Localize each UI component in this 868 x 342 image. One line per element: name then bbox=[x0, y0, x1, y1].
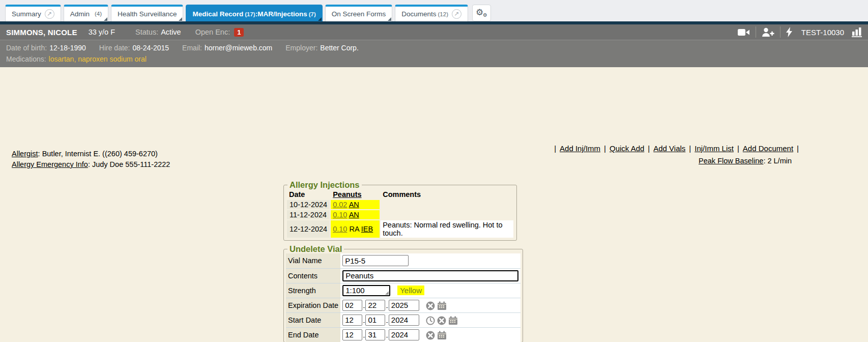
video-camera-icon[interactable] bbox=[738, 28, 750, 37]
col-date: Date bbox=[287, 190, 330, 199]
launch-icon[interactable]: ↗ bbox=[452, 9, 461, 19]
start-month-field[interactable] bbox=[342, 315, 362, 326]
injection-date: 11-12-2024 bbox=[287, 210, 330, 219]
tab-summary[interactable]: Summary ↗ bbox=[5, 5, 61, 21]
tab-label: Summary bbox=[12, 10, 41, 18]
tab-label: On Screen Forms bbox=[332, 10, 386, 18]
open-enc-badge[interactable]: 1 bbox=[234, 28, 244, 37]
dose-link[interactable]: 0.10 bbox=[333, 225, 347, 233]
open-enc-label: Open Enc: bbox=[195, 28, 230, 36]
email-label: Email: bbox=[182, 43, 202, 53]
tab-admin[interactable]: Admin(4) bbox=[64, 5, 108, 21]
tab-label: Medical Record(17):MAR/Injections(7) bbox=[192, 10, 315, 18]
vial-name-field[interactable] bbox=[342, 255, 409, 266]
dose-link[interactable]: 0.02 bbox=[333, 201, 347, 209]
main-content: Allergist: Butler, Internist E. ((260) 4… bbox=[0, 67, 868, 342]
launch-icon[interactable]: ↗ bbox=[45, 9, 54, 19]
injection-comment: Peanuts: Normal red swelling. Hot to tou… bbox=[381, 220, 513, 238]
employer-value: Better Corp. bbox=[320, 43, 358, 53]
form-row: Vial Name bbox=[286, 253, 520, 268]
inj-imm-list-link[interactable]: Inj/Imm List bbox=[695, 144, 734, 153]
contents-field[interactable] bbox=[342, 270, 518, 281]
expiration-date-label: Expiration Date bbox=[286, 298, 340, 312]
expiration-day-field[interactable] bbox=[365, 300, 385, 311]
separator: | bbox=[648, 144, 650, 153]
calendar-icon[interactable] bbox=[437, 331, 447, 340]
add-inj-imm-link[interactable]: Add Inj/Imm bbox=[560, 144, 600, 153]
separator: | bbox=[554, 144, 556, 153]
tab-label: Health Surveillance bbox=[118, 10, 177, 18]
vial-color-note: Yellow bbox=[397, 286, 424, 295]
allergist-link[interactable]: Allergist bbox=[12, 150, 38, 158]
allergy-injections-fieldset: Allergy Injections Date Peanuts Comments… bbox=[283, 180, 517, 241]
divider bbox=[780, 26, 780, 38]
end-date-label: End Date bbox=[286, 327, 340, 342]
dose-link[interactable]: 0.10 bbox=[333, 211, 347, 219]
contents-label: Contents bbox=[286, 268, 340, 283]
injection-comment bbox=[381, 210, 513, 219]
bar-chart-icon[interactable] bbox=[852, 27, 863, 37]
start-year-field[interactable] bbox=[389, 315, 419, 326]
clear-date-icon[interactable] bbox=[426, 331, 435, 340]
expiration-year-field[interactable] bbox=[389, 300, 419, 311]
employer-label: Employer: bbox=[285, 43, 317, 53]
gears-icon: ⚙ bbox=[476, 7, 483, 18]
resize-grip-icon bbox=[385, 291, 389, 295]
table-row: 12-12-2024 0.10 RA IEB Peanuts: Normal r… bbox=[287, 220, 513, 238]
expiration-month-field[interactable] bbox=[342, 300, 362, 311]
allergy-emergency-link[interactable]: Allergy Emergency Info bbox=[12, 160, 88, 168]
injection-date: 10-12-2024 bbox=[287, 200, 330, 209]
calendar-icon[interactable] bbox=[448, 316, 458, 325]
quick-add-link[interactable]: Quick Add bbox=[610, 144, 644, 153]
medication-link[interactable]: naproxen sodium oral bbox=[78, 55, 147, 63]
table-row: 11-12-2024 0.10 AN bbox=[287, 210, 513, 219]
peak-flow-link[interactable]: Peak Flow Baseline bbox=[699, 157, 763, 165]
divider bbox=[756, 26, 756, 38]
add-person-icon[interactable] bbox=[762, 27, 774, 37]
form-row: Strength Yellow bbox=[286, 283, 520, 298]
start-day-field[interactable] bbox=[365, 315, 385, 326]
separator: | bbox=[797, 144, 799, 153]
injection-date: 12-12-2024 bbox=[287, 220, 330, 238]
settings-button[interactable]: ⚙ ⚙ bbox=[472, 5, 491, 21]
col-agent: Peanuts bbox=[331, 190, 380, 199]
hire-date-label: Hire date: bbox=[99, 43, 130, 53]
tab-menu-corner-icon bbox=[318, 17, 322, 21]
calendar-icon[interactable] bbox=[437, 301, 447, 310]
start-date-label: Start Date bbox=[286, 312, 340, 327]
add-vials-link[interactable]: Add Vials bbox=[653, 144, 685, 153]
tab-health-surveillance[interactable]: Health Surveillance bbox=[111, 5, 183, 21]
end-day-field[interactable] bbox=[365, 329, 385, 340]
hire-date-value: 08-24-2015 bbox=[132, 43, 169, 53]
strength-field[interactable] bbox=[342, 285, 390, 296]
tab-on-screen-forms[interactable]: On Screen Forms bbox=[325, 5, 393, 21]
gears-icon: ⚙ bbox=[483, 12, 487, 18]
medication-link[interactable]: losartan bbox=[49, 55, 74, 63]
clear-date-icon[interactable] bbox=[437, 316, 446, 325]
tab-menu-corner-icon bbox=[388, 17, 391, 21]
add-document-link[interactable]: Add Document bbox=[743, 144, 793, 153]
injection-comment bbox=[381, 200, 513, 209]
agent-column-link[interactable]: Peanuts bbox=[333, 190, 361, 198]
table-row: 10-12-2024 0.02 AN bbox=[287, 200, 513, 209]
reaction-code-link[interactable]: IEB bbox=[361, 225, 373, 233]
tab-documents[interactable]: Documents(12) ↗ bbox=[395, 5, 468, 21]
col-comments: Comments bbox=[381, 190, 513, 199]
allergy-injections-legend: Allergy Injections bbox=[287, 180, 362, 190]
undelete-vial-fieldset: Undelete Vial Vial Name Contents Strengt… bbox=[283, 244, 523, 342]
end-month-field[interactable] bbox=[342, 329, 362, 340]
clear-date-icon[interactable] bbox=[426, 301, 435, 310]
peak-flow-baseline: Peak Flow Baseline: 2 L/min bbox=[699, 157, 792, 165]
tab-menu-corner-icon bbox=[179, 17, 182, 21]
clock-icon[interactable] bbox=[426, 316, 435, 325]
patient-age-sex: 33 y/o F bbox=[89, 28, 115, 36]
end-year-field[interactable] bbox=[389, 329, 419, 340]
lightning-icon[interactable] bbox=[786, 27, 793, 37]
email-value: horner@mieweb.com bbox=[205, 43, 272, 53]
form-row: Expiration Date -- bbox=[286, 298, 520, 312]
reaction-code-link[interactable]: AN bbox=[349, 211, 359, 219]
tab-medical-record[interactable]: Medical Record(17):MAR/Injections(7) bbox=[186, 5, 322, 21]
form-row: End Date -- bbox=[286, 327, 520, 342]
vial-name-label: Vial Name bbox=[286, 253, 340, 268]
reaction-code-link[interactable]: AN bbox=[349, 201, 359, 209]
